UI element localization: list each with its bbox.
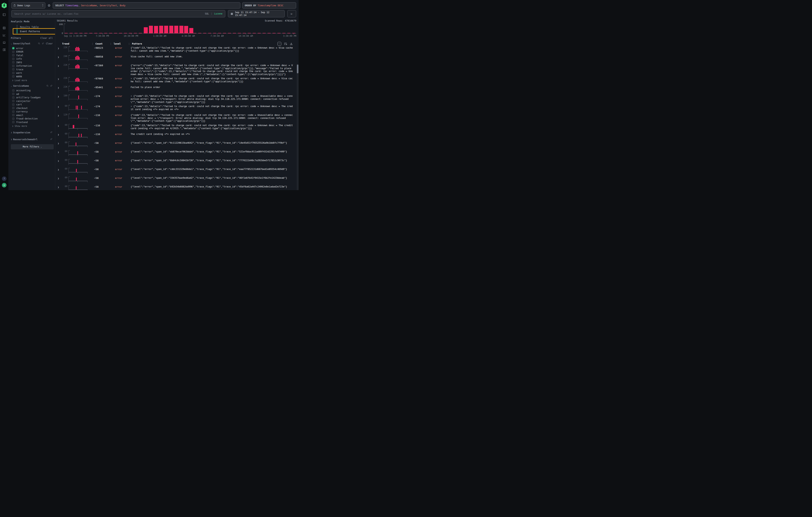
row-expand-chevron[interactable]: ❯ (57, 177, 62, 180)
checkbox[interactable] (12, 104, 14, 106)
checkbox[interactable] (12, 54, 14, 56)
row-expand-chevron[interactable]: ❯ (57, 114, 62, 117)
clear-group-button[interactable]: Clear (46, 42, 53, 45)
filter-option[interactable]: checkout (12, 106, 54, 110)
time-range-picker[interactable]: Sep 11 15:47:14 - Sep 12 15:47:14 (228, 10, 285, 17)
histogram-bar[interactable] (184, 26, 188, 33)
user-avatar[interactable]: U (2, 183, 6, 188)
download-icon[interactable] (290, 42, 293, 46)
pattern-row[interactable]: ❯ 60 ~116 error {"code":13,"details":"fa… (57, 123, 294, 132)
filter-option[interactable]: frontend (12, 120, 54, 124)
pattern-row[interactable]: ❯ 60 ~58 error {"level":"error","span_id… (57, 149, 294, 158)
column-header-pattern[interactable]: ⋮Pattern (130, 42, 294, 45)
pattern-text[interactable]: {"code":13,"details":"failed to charge c… (130, 114, 294, 123)
pattern-row[interactable]: ❯ 60 ~58 error {"level":"error","span_id… (57, 175, 294, 184)
histogram-bar[interactable] (144, 27, 148, 33)
pattern-text[interactable]: {"level":"error","span_id":"cddc331329e6… (130, 168, 294, 171)
pattern-row[interactable]: ❯ 24K ~98058 error Visa cache full: cann… (57, 54, 294, 63)
filter-option[interactable]: ad (12, 92, 54, 96)
checkbox[interactable] (12, 107, 14, 109)
filter-group-name[interactable]: ServiceName (13, 84, 45, 87)
filter-option[interactable]: ✓ error (12, 47, 54, 50)
mode-toggle-sql[interactable]: SQL (205, 12, 209, 15)
pattern-text[interactable]: {"error":{"code":13,"details":"failed to… (130, 64, 294, 76)
filter-option[interactable]: trace (12, 68, 54, 71)
column-grip-icon[interactable]: ⋮ (91, 42, 94, 45)
checkbox[interactable]: ✓ (12, 47, 14, 49)
table-scrollbar[interactable] (297, 64, 298, 190)
row-expand-chevron[interactable]: ❯ (57, 105, 62, 108)
pin-icon[interactable] (50, 85, 53, 87)
pin-icon[interactable] (50, 131, 53, 134)
pattern-text[interactable]: {"level":"error","span_id":"eb870ecef063… (130, 150, 294, 153)
checkbox[interactable] (12, 111, 14, 113)
row-expand-chevron[interactable]: ❯ (57, 86, 62, 89)
pattern-row[interactable]: ❯ 60 ~174 error ×{"code":13,"details":"f… (57, 104, 294, 112)
more-filters-button[interactable]: More filters ⌄ (11, 144, 54, 149)
pattern-row[interactable]: ❯ 180 ~174 error ×{"code":13,"details":"… (57, 93, 294, 104)
filter-option[interactable]: warn (12, 71, 54, 75)
filter-option[interactable]: cainjector (12, 99, 54, 103)
filter-group-resourceschemaurl[interactable]: ❯ ResourceSchemaUrl (11, 138, 54, 141)
row-expand-chevron[interactable]: ❯ (57, 77, 62, 80)
view-source-icon[interactable] (278, 42, 281, 46)
column-header-trend[interactable]: Trend (62, 42, 94, 45)
pattern-row[interactable]: ❯ 120 ~116 error {"code":13,"details":"f… (57, 112, 294, 123)
pattern-text[interactable]: Visa cache full: cannot add new item. (130, 55, 294, 58)
histogram-bar[interactable] (189, 28, 193, 33)
order-by-input[interactable]: ORDER BY TimestampTime DESC (242, 2, 296, 8)
checkbox[interactable] (12, 114, 14, 116)
filter-option[interactable]: INFO (12, 61, 54, 64)
chart-plot-area[interactable] (64, 24, 296, 33)
filter-group-name[interactable]: SeverityText (13, 42, 37, 45)
pin-icon[interactable] (42, 42, 45, 45)
checkbox[interactable] (12, 96, 14, 99)
results-histogram[interactable]: 80K 0 Sep 11 3:30:00 PM7:30:00 PM10:30:0… (57, 24, 298, 38)
filter-option[interactable]: WARN (12, 75, 54, 78)
filter-option[interactable]: cart (12, 103, 54, 107)
histogram-bar[interactable] (179, 26, 183, 33)
column-grip-icon[interactable]: ⋮ (110, 42, 112, 45)
histogram-bar[interactable] (169, 26, 173, 33)
pattern-row[interactable]: ❯ 22K ~95441 error Failed to place order (57, 85, 294, 93)
pattern-text[interactable]: ×{"code":13,"details":"failed to charge … (130, 77, 294, 83)
pattern-text[interactable]: The credit card (ending <*> expired on <… (130, 133, 294, 136)
filter-option[interactable]: info (12, 57, 54, 61)
pin-icon[interactable] (50, 138, 53, 141)
filter-group-scopeversion[interactable]: ❯ ScopeVersion (11, 131, 54, 134)
histogram-bar[interactable] (174, 26, 178, 33)
row-expand-chevron[interactable]: ❯ (57, 150, 62, 153)
logs-icon[interactable] (2, 26, 6, 30)
pattern-row[interactable]: ❯ 60 ~116 error The credit card (ending … (57, 132, 294, 140)
histogram-bar[interactable] (149, 26, 153, 33)
gear-icon[interactable]: ⚙ (48, 4, 51, 7)
row-expand-chevron[interactable]: ❯ (57, 142, 62, 145)
pattern-row[interactable]: ❯ 22K ~97360 error {"error":{"code":13,"… (57, 63, 294, 76)
checkbox[interactable] (12, 75, 14, 78)
search-icon[interactable] (46, 85, 49, 87)
select-clause-input[interactable]: SELECT Timestamp, ServiceName, SeverityT… (53, 2, 240, 8)
filter-option[interactable]: ERROR (12, 50, 54, 54)
mode-toggle-lucene[interactable]: Lucene (214, 12, 223, 15)
checkbox[interactable] (12, 89, 14, 92)
row-expand-chevron[interactable]: ❯ (57, 159, 62, 162)
checkbox[interactable] (12, 58, 14, 60)
filter-option[interactable]: fatal (12, 54, 54, 57)
clear-all-button[interactable]: Clear all (40, 37, 53, 39)
help-button[interactable]: ? (2, 176, 6, 181)
scrollbar-thumb[interactable] (297, 64, 298, 73)
analysis-mode-item[interactable]: Event Patterns (17, 29, 54, 33)
checkbox[interactable] (12, 121, 14, 123)
pattern-row[interactable]: ❯ 22K ~98523 error {"code":13,"details":… (57, 45, 294, 54)
row-expand-chevron[interactable]: ❯ (57, 64, 62, 67)
row-expand-chevron[interactable]: ❯ (57, 95, 62, 98)
pattern-text[interactable]: ×{"code":13,"details":"failed to charge … (130, 95, 294, 104)
source-select[interactable]: Demo Logs (11, 2, 45, 8)
checkbox[interactable] (12, 72, 14, 74)
histogram-bar[interactable] (159, 26, 163, 33)
column-grip-icon[interactable]: ⋮ (128, 42, 130, 45)
histogram-bar[interactable] (154, 26, 158, 33)
pattern-text[interactable]: {"code":13,"details":"failed to charge c… (130, 47, 294, 52)
checkbox[interactable] (12, 65, 14, 67)
filter-option[interactable]: artillery-loadgen (12, 96, 54, 99)
